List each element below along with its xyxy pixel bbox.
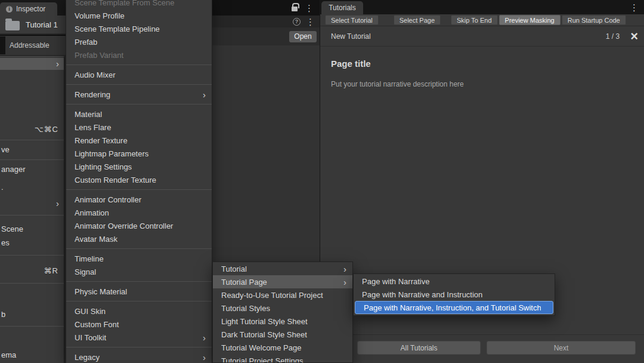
menu-item[interactable]: Tutorial Styles	[213, 302, 352, 315]
toolbar-button[interactable]: Preview Masking	[499, 15, 561, 25]
page-description: Put your tutorial narrative description …	[331, 80, 633, 88]
kebab-menu-icon[interactable]: ⋮	[305, 4, 314, 13]
menu-item[interactable]: Scene Template From Scene	[66, 0, 212, 9]
inspector-tab-icon: i	[6, 6, 13, 13]
menu-item[interactable]: Material	[66, 107, 212, 121]
menu-item-fragment[interactable]: .	[0, 182, 64, 193]
menu-item-create[interactable]: ›	[0, 58, 64, 70]
menu-separator	[66, 104, 212, 104]
submenu-arrow-icon: ›	[56, 58, 59, 70]
toolbar-button[interactable]: Select Page	[394, 15, 441, 25]
menu-item-fragment[interactable]: Scene	[0, 223, 64, 235]
menu-item-partial[interactable]: ›	[0, 198, 64, 210]
menu-item[interactable]: Prefab Variant	[66, 48, 212, 61]
toolbar-button[interactable]: Skip To End	[451, 15, 498, 25]
tutorial-submenu: Tutorial › Tutorial Page › Ready-to-Use …	[212, 262, 353, 363]
menu-item[interactable]: Physic Material	[66, 285, 212, 298]
menu-item[interactable]: Tutorial Page ›	[213, 275, 352, 288]
menu-item[interactable]: Animation	[66, 206, 212, 219]
menu-item[interactable]: Render Texture	[66, 134, 212, 147]
menu-separator	[0, 159, 64, 160]
menu-separator	[0, 283, 64, 284]
folder-icon	[5, 21, 20, 30]
menu-item-shortcut[interactable]: ⌥⌘C	[0, 124, 64, 136]
menu-separator	[66, 347, 212, 347]
kebab-menu-icon[interactable]: ⋮	[630, 2, 639, 13]
panel-sub-bar: ? ⋮	[212, 16, 320, 27]
menu-item[interactable]: Page with Narrative, Instruction, and Tu…	[355, 301, 553, 314]
menu-item[interactable]: Animator Override Controller	[66, 219, 212, 232]
menu-item[interactable]: Audio Mixer	[66, 68, 212, 81]
menu-separator	[0, 140, 64, 140]
next-button[interactable]: Next	[487, 341, 636, 355]
menu-separator	[66, 281, 212, 282]
tab-inspector[interactable]: i Inspector	[0, 2, 57, 16]
menu-item[interactable]: Lightmap Parameters	[66, 147, 212, 160]
menu-item[interactable]: Scene Template Pipeline	[66, 22, 212, 35]
menu-separator	[66, 248, 212, 249]
addressable-row: Addressable	[0, 35, 66, 55]
submenu-arrow-icon: ›	[343, 278, 346, 287]
menu-item-fragment[interactable]: ve	[0, 144, 64, 156]
menu-item[interactable]: Timeline	[66, 252, 212, 265]
inspector-tab-label: Inspector	[16, 5, 45, 13]
close-icon[interactable]: ×	[630, 31, 638, 42]
submenu-arrow-icon: ›	[203, 90, 206, 99]
menu-item[interactable]: Lens Flare	[66, 121, 212, 134]
menu-item[interactable]: Custom Render Texture	[66, 173, 212, 186]
tab-tutorials[interactable]: Tutorials	[321, 1, 363, 14]
menu-item-fragment[interactable]: anager	[0, 164, 64, 176]
menu-item[interactable]: Signal	[66, 265, 212, 278]
menu-item[interactable]: Custom Font	[66, 318, 212, 331]
menu-item-shortcut[interactable]: ⌘R	[0, 265, 64, 277]
menu-item[interactable]: Prefab	[66, 35, 212, 48]
menu-item[interactable]: Legacy ›	[66, 350, 212, 363]
menu-separator	[66, 189, 212, 190]
tutorials-toolbar: Select TutorialSelect PageSkip To EndPre…	[320, 14, 644, 26]
project-context-menu: ›⌥⌘Cveanager.›Scenees⌘Rbema	[0, 56, 64, 363]
submenu-arrow-icon: ›	[343, 264, 346, 273]
panel-title-bar: ⋮	[212, 0, 320, 16]
tutorial-name: New Tutorial	[331, 32, 606, 41]
all-tutorials-button[interactable]: All Tutorials	[357, 341, 481, 355]
menu-item[interactable]: Tutorial Project Settings	[213, 354, 352, 363]
submenu-arrow-icon: ›	[203, 353, 206, 362]
menu-separator	[0, 255, 64, 256]
menu-item-fragment[interactable]: es	[0, 237, 64, 249]
tutorial-header-row: New Tutorial 1 / 3 ×	[320, 26, 644, 47]
addressable-label: Addressable	[10, 41, 49, 50]
menu-item-fragment[interactable]: b	[0, 309, 64, 321]
inspector-asset-header: Tutorial 1	[0, 16, 66, 33]
menu-item[interactable]: Light Tutorial Style Sheet	[213, 315, 352, 328]
menu-item[interactable]: Page with Narrative and Instruction	[354, 288, 555, 301]
menu-separator	[66, 64, 212, 65]
menu-item[interactable]: Avatar Mask	[66, 232, 212, 245]
menu-item[interactable]: Dark Tutorial Style Sheet	[213, 328, 352, 341]
asset-name: Tutorial 1	[26, 20, 58, 29]
inspector-panel: i Inspector Tutorial 1 Addressable ›⌥⌘Cv…	[0, 0, 66, 363]
toolbar-button[interactable]: Run Startup Code	[562, 15, 626, 25]
addressable-checkbox[interactable]	[0, 36, 5, 54]
kebab-menu-icon[interactable]: ⋮	[306, 17, 315, 26]
unity-editor-window: i Inspector Tutorial 1 Addressable ›⌥⌘Cv…	[0, 0, 644, 363]
toolbar-button[interactable]: Select Tutorial	[325, 15, 379, 25]
menu-item[interactable]: Ready-to-Use Tutorial Project	[213, 288, 352, 302]
menu-item[interactable]: Tutorial Welcome Page	[213, 341, 352, 354]
menu-item[interactable]: GUI Skin	[66, 304, 212, 318]
menu-item[interactable]: Page with Narrative	[354, 275, 555, 288]
lock-icon[interactable]	[292, 7, 298, 11]
menu-item[interactable]: Lighting Settings	[66, 160, 212, 173]
asset-actions-row: Open	[212, 27, 320, 45]
tab-strip: i Inspector	[0, 0, 66, 16]
open-button[interactable]: Open	[289, 31, 317, 42]
menu-item[interactable]: Volume Profile	[66, 9, 212, 22]
page-title: Page title	[331, 59, 633, 69]
menu-item[interactable]: Rendering ›	[66, 88, 212, 101]
menu-item[interactable]: Animator Controller	[66, 193, 212, 206]
menu-item[interactable]: Tutorial ›	[213, 262, 352, 275]
divider	[320, 334, 644, 335]
tutorial-page-content: Page title Put your tutorial narrative d…	[320, 47, 644, 100]
menu-item-fragment[interactable]: ema	[0, 349, 64, 361]
menu-item[interactable]: UI Toolkit ›	[66, 331, 212, 344]
help-icon[interactable]: ?	[293, 18, 301, 26]
